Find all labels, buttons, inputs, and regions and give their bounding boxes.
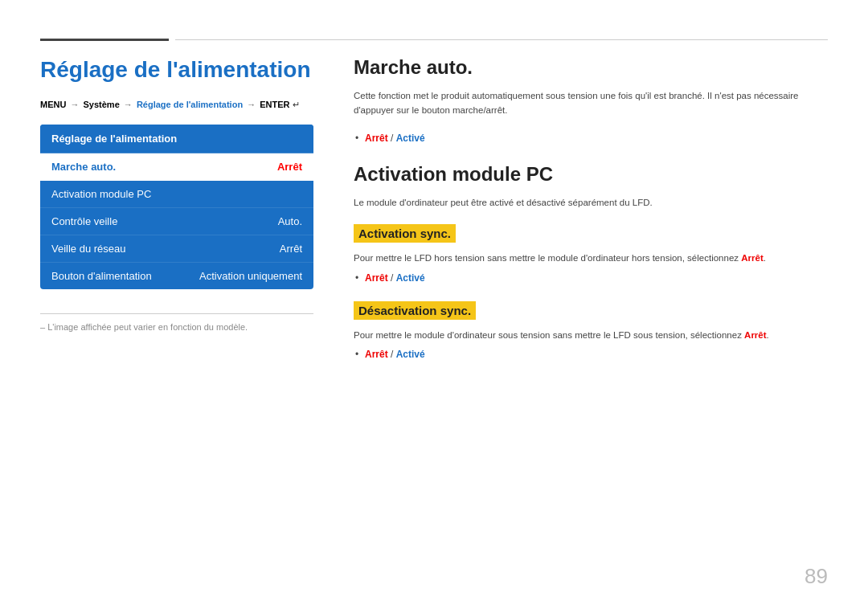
menu-item-activation-module[interactable]: Activation module PC <box>40 181 313 208</box>
menu-panel-header: Réglage de l'alimentation <box>40 125 313 153</box>
footnote: – L'image affichée peut varier en foncti… <box>40 313 313 332</box>
menu-item-label-bouton-alimentation: Bouton d'alimentation <box>51 270 152 282</box>
bullet-separator-1: / <box>391 133 396 144</box>
desactivation-sync-link: Arrêt <box>744 330 766 340</box>
breadcrumb-arrow1: → <box>70 100 79 109</box>
menu-item-bouton-alimentation[interactable]: Bouton d'alimentation Activation uniquem… <box>40 263 313 289</box>
right-column: Marche auto. Cette fonction met le produ… <box>354 56 828 379</box>
menu-item-value-marche-auto: Arrêt <box>277 161 302 173</box>
page-number: 89 <box>805 564 828 589</box>
menu-item-value-controle-veille: Auto. <box>278 215 302 227</box>
activation-sync-text-after: . <box>764 253 766 263</box>
subsection-title-desactivation-sync: Désactivation sync. <box>354 301 476 320</box>
bullet-arret-3: Arrêt <box>365 349 388 360</box>
dark-line <box>40 39 169 41</box>
desactivation-sync-bullets: Arrêt / Activé <box>354 349 828 360</box>
menu-item-marche-auto[interactable]: Marche auto. Arrêt <box>40 153 313 181</box>
bullet-arret-active-3: Arrêt / Activé <box>365 349 828 360</box>
top-decorative-lines <box>40 39 828 41</box>
desactivation-sync-text-after: . <box>767 330 769 340</box>
activation-sync-bullets: Arrêt / Activé <box>354 272 828 284</box>
bullet-arret-active-2: Arrêt / Activé <box>365 272 828 284</box>
bullet-arret-2: Arrêt <box>365 272 388 284</box>
section-activation-module: Activation module PC Le module d'ordinat… <box>354 163 828 360</box>
section-desc-activation-module: Le module d'ordinateur peut être activé … <box>354 195 828 210</box>
menu-item-veille-reseau[interactable]: Veille du réseau Arrêt <box>40 235 313 263</box>
subsection-desc-activation-sync: Pour mettre le LFD hors tension sans met… <box>354 251 828 265</box>
desactivation-sync-text-before: Pour mettre le module d'ordinateur sous … <box>354 330 744 340</box>
breadcrumb-arrow2: → <box>124 100 133 109</box>
page-title: Réglage de l'alimentation <box>40 56 313 84</box>
menu-item-value-veille-reseau: Arrêt <box>280 243 302 255</box>
menu-item-value-bouton-alimentation: Activation uniquement <box>199 270 302 282</box>
subsection-activation-sync: Activation sync. Pour mettre le LFD hors… <box>354 224 828 283</box>
breadcrumb-enter-icon: ↵ <box>293 100 300 109</box>
bullet-active-1: Activé <box>396 133 425 144</box>
menu-item-label-marche-auto: Marche auto. <box>51 161 116 173</box>
bullet-separator-2: / <box>391 272 396 284</box>
breadcrumb-reglage: Réglage de l'alimentation <box>137 100 243 109</box>
section-title-marche-auto: Marche auto. <box>354 56 828 79</box>
light-line <box>175 39 828 40</box>
bullet-separator-3: / <box>391 349 396 360</box>
breadcrumb-systeme: Système <box>84 100 120 109</box>
section-title-activation-module: Activation module PC <box>354 163 828 186</box>
bullet-active-3: Activé <box>396 349 425 360</box>
section-marche-auto: Marche auto. Cette fonction met le produ… <box>354 56 828 144</box>
breadcrumb-arrow3: → <box>247 100 256 109</box>
bullet-arret-active-1: Arrêt / Activé <box>365 133 828 144</box>
menu-item-label-veille-reseau: Veille du réseau <box>51 243 126 255</box>
section-desc-marche-auto: Cette fonction met le produit automatiqu… <box>354 88 828 118</box>
subsection-desc-desactivation-sync: Pour mettre le module d'ordinateur sous … <box>354 328 828 342</box>
bullet-active-2: Activé <box>396 272 425 284</box>
breadcrumb-menu: MENU <box>40 100 66 109</box>
section-bullets-marche-auto: Arrêt / Activé <box>354 133 828 144</box>
breadcrumb-enter: ENTER <box>260 100 289 109</box>
activation-sync-text-before: Pour mettre le LFD hors tension sans met… <box>354 253 741 263</box>
left-column: Réglage de l'alimentation MENU → Système… <box>40 56 313 332</box>
menu-item-label-activation-module: Activation module PC <box>51 188 151 200</box>
menu-item-label-controle-veille: Contrôle veille <box>51 215 117 227</box>
breadcrumb: MENU → Système → Réglage de l'alimentati… <box>40 100 313 110</box>
subsection-desactivation-sync: Désactivation sync. Pour mettre le modul… <box>354 301 828 360</box>
bullet-arret-1: Arrêt <box>365 133 388 144</box>
menu-item-controle-veille[interactable]: Contrôle veille Auto. <box>40 208 313 235</box>
subsection-title-activation-sync: Activation sync. <box>354 224 456 243</box>
activation-sync-link: Arrêt <box>741 253 763 263</box>
menu-panel: Réglage de l'alimentation Marche auto. A… <box>40 125 313 289</box>
